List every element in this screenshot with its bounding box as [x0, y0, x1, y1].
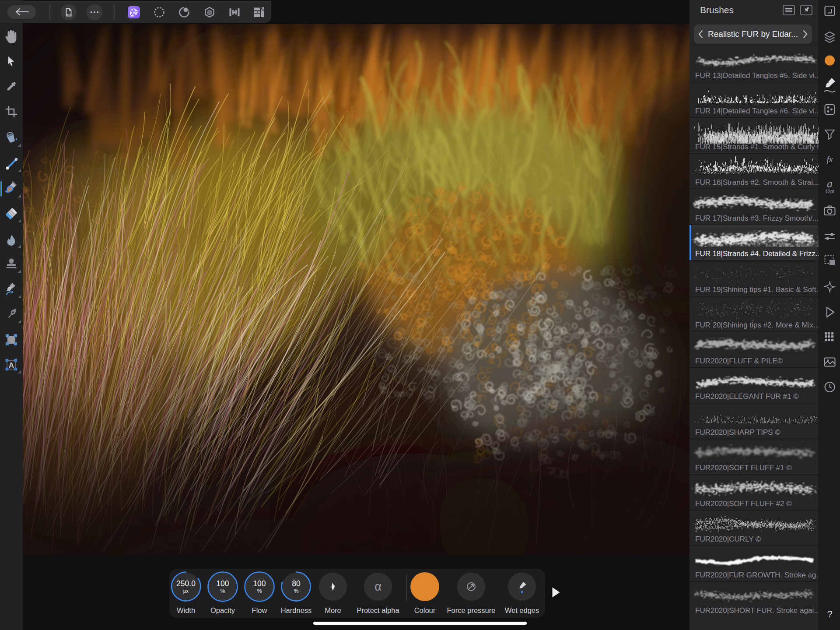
svg-text:α: α [374, 580, 382, 593]
svg-text:fx: fx [827, 155, 833, 164]
svg-text:?: ? [827, 609, 832, 619]
svg-text:12pt: 12pt [825, 189, 834, 194]
svg-text:A: A [9, 361, 14, 370]
svg-text:a: a [827, 177, 833, 190]
